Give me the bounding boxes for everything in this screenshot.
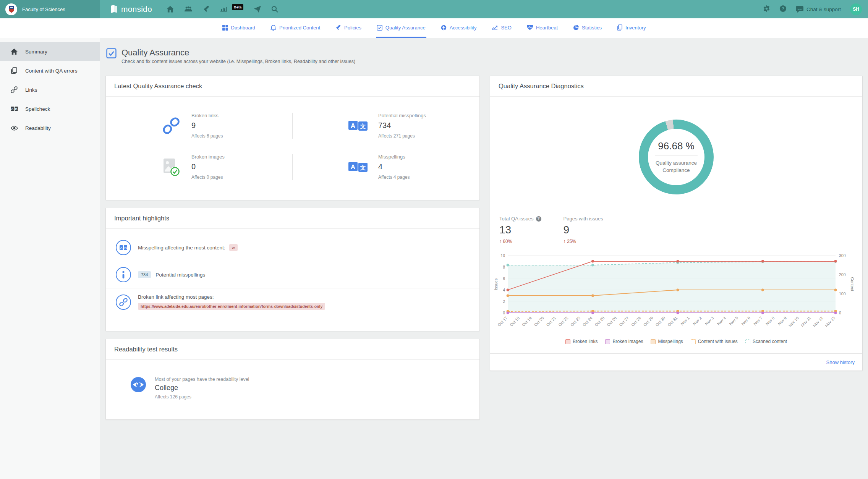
stat-affects: Affects 4 pages — [378, 175, 410, 180]
user-avatar[interactable]: SH — [850, 3, 862, 15]
legend-broken-images[interactable]: Broken images — [605, 339, 643, 344]
svg-text:Nov 3: Nov 3 — [704, 316, 715, 326]
highlight-badge: 734 — [138, 271, 151, 278]
highlight-badge: w — [229, 244, 238, 251]
svg-text:Oct 31: Oct 31 — [667, 316, 678, 327]
tab-dashboard[interactable]: Dashboard — [222, 18, 256, 38]
show-history-link[interactable]: Show history — [826, 359, 855, 365]
seo-chart-icon — [492, 25, 498, 30]
svg-text:Oct 25: Oct 25 — [594, 316, 605, 327]
highlight-badge[interactable]: https://www.adelaide.edu.au/enrol/other-… — [138, 303, 325, 310]
tab-inventory[interactable]: Inventory — [616, 18, 646, 38]
legend-misspellings[interactable]: Misspellings — [651, 339, 683, 344]
qa-checkbox-icon — [106, 48, 117, 58]
monsido-logo[interactable]: monsido — [110, 5, 152, 14]
chat-support-label: Chat & support — [806, 6, 841, 12]
diagnostics-title: Quality Assurance Diagnostics — [490, 76, 862, 97]
highlight-row: Broken link affecting most pages:https:/… — [106, 288, 479, 316]
svg-text:Oct 18: Oct 18 — [509, 316, 520, 327]
sidebar-item-summary[interactable]: Summary — [0, 42, 100, 61]
stat-potential-misspellings: A文Potential misspellings734Affects 271 p… — [293, 113, 479, 139]
svg-text:Oct 19: Oct 19 — [521, 316, 533, 327]
tab-label: Inventory — [625, 25, 646, 31]
info-circle-icon — [116, 267, 131, 282]
legend-content-with-issues[interactable]: Content with issues — [691, 339, 738, 344]
tab-label: Statistics — [582, 25, 602, 31]
chart-legend: Broken linksBroken imagesMisspellingsCon… — [490, 337, 862, 350]
sidebar-item-readability[interactable]: Readability — [0, 118, 100, 138]
help-icon[interactable]: ? — [779, 5, 787, 14]
pie-chart-icon — [573, 25, 579, 31]
legend-scanned-content[interactable]: Scanned content — [745, 339, 787, 344]
gavel-icon[interactable] — [203, 6, 210, 13]
svg-text:0: 0 — [839, 311, 841, 315]
svg-text:2: 2 — [503, 299, 505, 304]
site-name: Faculty of Sciences — [22, 6, 65, 12]
stat-broken-links: Broken links9Affects 6 pages — [106, 113, 293, 139]
sidebar-item-content-with-qa-errors[interactable]: Content with QA errors — [0, 61, 100, 80]
readability-affects: Affects 126 pages — [155, 394, 249, 400]
tab-label: SEO — [501, 25, 511, 31]
highlights-panel: Important highlights ABMisspelling affec… — [105, 208, 480, 331]
sidebar-item-label: Summary — [25, 49, 47, 55]
search-icon[interactable] — [271, 6, 278, 13]
tab-prioritized-content[interactable]: Prioritized Content — [270, 18, 321, 38]
tab-accessibility[interactable]: Accessibility — [440, 18, 478, 38]
legend-broken-links[interactable]: Broken links — [565, 339, 598, 344]
sidebar-item-label: Readability — [25, 125, 51, 131]
site-selector[interactable]: Faculty of Sciences — [0, 0, 100, 18]
bar-chart-icon[interactable] — [220, 6, 228, 13]
spellcheck-icon: AB — [10, 106, 18, 112]
sidebar-item-spellcheck[interactable]: ABSpellcheck — [0, 99, 100, 118]
heart-icon — [527, 25, 533, 30]
stat-misspellings: A文Misspellings4Affects 4 pages — [293, 154, 479, 180]
svg-text:Oct 26: Oct 26 — [606, 316, 617, 327]
stat-affects: Affects 6 pages — [191, 133, 223, 139]
crest-icon — [8, 5, 15, 13]
readability-panel: Readability test results Most of your pa… — [105, 339, 480, 420]
qa-stat-pages-with-issues: Pages with issues9↑ 25% — [564, 216, 603, 244]
gavel-icon — [335, 25, 341, 31]
gear-icon[interactable] — [763, 5, 770, 14]
svg-text:Oct 21: Oct 21 — [545, 316, 557, 327]
svg-text:Oct 29: Oct 29 — [642, 316, 654, 327]
accessibility-icon — [441, 25, 447, 31]
paper-plane-icon[interactable] — [254, 6, 261, 13]
qa-stat-value: 13 — [499, 224, 541, 236]
tab-heartbeat[interactable]: Heartbeat — [526, 18, 559, 38]
compliance-label: Quality assurance Compliance — [656, 159, 697, 174]
sidebar-item-label: Content with QA errors — [25, 68, 78, 74]
compliance-donut-chart: 96.68 % Quality assurance Compliance — [639, 120, 714, 194]
chat-support[interactable]: Chat & support — [796, 6, 841, 13]
svg-text:Oct 27: Oct 27 — [618, 316, 630, 327]
svg-text:A: A — [351, 122, 355, 129]
spellcheck-circle-icon: AB — [116, 240, 131, 255]
broken-image-ok-icon — [160, 158, 182, 176]
sidebar-item-links[interactable]: Links — [0, 80, 100, 99]
tab-seo[interactable]: SEO — [491, 18, 512, 38]
sidebar-item-label: Links — [25, 87, 37, 93]
tab-statistics[interactable]: Statistics — [572, 18, 602, 38]
svg-text:Nov 13: Nov 13 — [824, 316, 836, 328]
users-icon[interactable] — [184, 6, 193, 12]
svg-text:10: 10 — [500, 253, 505, 258]
svg-text:Nov 8: Nov 8 — [765, 316, 776, 326]
svg-text:A: A — [351, 163, 355, 171]
tab-quality-assurance[interactable]: Quality Assurance — [376, 18, 426, 38]
svg-text:4: 4 — [503, 288, 505, 292]
tab-label: Dashboard — [231, 25, 256, 31]
inventory-icon — [617, 24, 622, 31]
svg-text:A: A — [120, 246, 122, 249]
help-icon[interactable]: ? — [536, 216, 541, 222]
dashboard-grid-icon — [222, 25, 228, 31]
stat-value: 734 — [378, 121, 426, 130]
readability-level: College — [155, 384, 249, 392]
broken-link-blue-icon — [160, 116, 182, 136]
beta-badge: Beta — [232, 4, 244, 10]
top-bar: Faculty of Sciences monsido — [0, 0, 868, 18]
bell-icon — [270, 24, 276, 31]
tab-policies[interactable]: Policies — [335, 18, 362, 38]
home-icon[interactable] — [167, 6, 174, 13]
svg-text:Nov 10: Nov 10 — [787, 316, 800, 328]
diagnostics-panel: Quality Assurance Diagnostics 96.68 % Qu… — [490, 76, 863, 371]
